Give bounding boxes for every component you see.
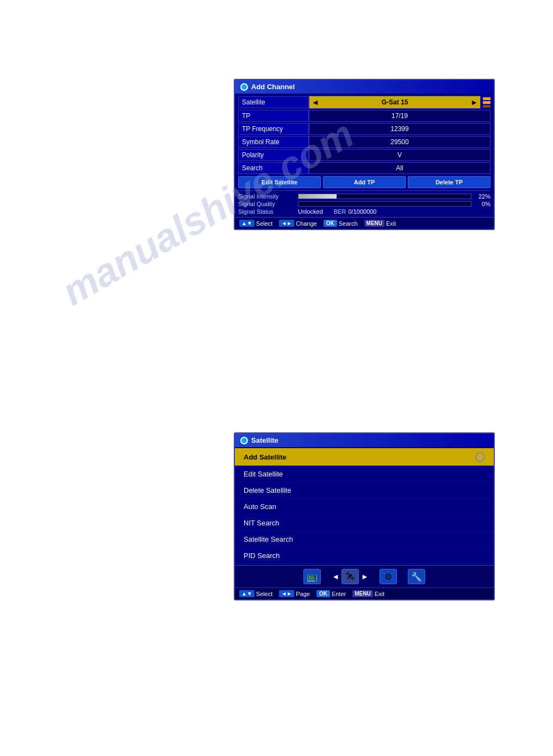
nav2-select-text: Select xyxy=(256,591,273,597)
panel1-title-bar: Add Channel xyxy=(235,80,494,94)
nav-select-key: ▲▼ xyxy=(239,220,254,227)
tp-frequency-row[interactable]: TP Frequency 12399 xyxy=(238,123,490,135)
add-tp-button[interactable]: Add TP xyxy=(323,176,406,188)
search-label: Search xyxy=(238,162,309,174)
delete-satellite-label: Delete Satellite xyxy=(244,486,291,494)
satellite-search-label: Satellite Search xyxy=(244,535,293,543)
nav2-exit-text: Exit xyxy=(375,591,384,597)
nav2-page-key: ◄► xyxy=(279,590,294,597)
nav-change: ◄► Change xyxy=(279,220,316,227)
nav-search-text: Search xyxy=(339,220,358,227)
signal-quality-row: Signal Quality 0% xyxy=(238,201,490,207)
panel2-title: Satellite xyxy=(251,436,278,444)
polarity-label: Polarity xyxy=(238,149,309,161)
menu-item-satellite-search[interactable]: Satellite Search xyxy=(235,531,494,548)
signal-intensity-percent: 22% xyxy=(471,193,490,200)
symbol-rate-row[interactable]: Symbol Rate 29500 xyxy=(238,136,490,148)
panel1-dot xyxy=(240,83,248,91)
nav2-enter-text: Enter xyxy=(332,591,346,597)
edit-satellite-button[interactable]: Edit Satellite xyxy=(238,176,321,188)
panel2-title-bar: Satellite xyxy=(235,433,494,447)
nav-search: OK Search xyxy=(324,220,358,227)
satellite-row[interactable]: Satellite ◄ G-Sat 15 ► xyxy=(238,96,490,109)
signal-intensity-label: Signal Intensity xyxy=(238,193,298,200)
panel1-title: Add Channel xyxy=(251,83,295,91)
polarity-value: V xyxy=(309,149,490,161)
nav2-enter: OK Enter xyxy=(316,590,346,597)
signal-quality-label: Signal Quality xyxy=(238,201,298,207)
signal-section: Signal Intensity 22% Signal Quality 0% S… xyxy=(238,190,490,215)
nav-select-text: Select xyxy=(256,220,273,227)
signal-intensity-row: Signal Intensity 22% xyxy=(238,193,490,200)
satellite-panel: Satellite Add Satellite ◎ Edit Satellite… xyxy=(234,432,495,600)
menu-item-delete-satellite[interactable]: Delete Satellite xyxy=(235,482,494,499)
left-arrow-icon[interactable]: ◄ xyxy=(312,98,319,107)
ber-label: BER xyxy=(334,208,346,215)
nav-exit-text: Exit xyxy=(386,220,396,227)
toolbar-tools-icon: 🔧 xyxy=(408,569,425,584)
nit-search-label: NIT Search xyxy=(244,519,279,527)
nav2-select: ▲▼ Select xyxy=(239,590,272,597)
signal-quality-bar-container xyxy=(298,201,471,207)
toolbar-right-arrow[interactable]: ► xyxy=(361,572,369,581)
panel1-body: Satellite ◄ G-Sat 15 ► TP 17/19 TP Frequ… xyxy=(235,94,494,217)
signal-status-value: Unlocked xyxy=(298,208,323,215)
panel2-dot xyxy=(240,437,248,444)
nav-change-text: Change xyxy=(296,220,317,227)
menu-item-auto-scan[interactable]: Auto Scan xyxy=(235,499,494,515)
signal-status-label: Signal Status xyxy=(238,208,298,215)
search-value: All xyxy=(309,162,490,174)
menu-item-nit-search[interactable]: NIT Search xyxy=(235,515,494,531)
tp-value: 17/19 xyxy=(309,110,490,122)
nav2-exit: MENU Exit xyxy=(352,590,384,597)
panel1-nav-bar: ▲▼ Select ◄► Change OK Search MENU Exit xyxy=(235,217,494,229)
nav2-enter-ok: OK xyxy=(316,590,330,597)
add-satellite-icon: ◎ xyxy=(475,452,485,462)
nav2-exit-menu: MENU xyxy=(352,590,372,597)
nav-search-ok: OK xyxy=(324,220,337,227)
signal-quality-percent: 0% xyxy=(471,201,490,207)
pid-search-label: PID Search xyxy=(244,551,279,560)
nav-exit-menu: MENU xyxy=(364,220,384,227)
nav2-page-text: Page xyxy=(296,591,310,597)
scroll-bar-3 xyxy=(483,105,490,108)
toolbar-left-arrow[interactable]: ◄ xyxy=(332,572,339,581)
nav2-page: ◄► Page xyxy=(279,590,310,597)
scroll-indicator xyxy=(483,97,490,108)
satellite-menu-list: Add Satellite ◎ Edit Satellite Delete Sa… xyxy=(235,447,494,565)
nav-select: ▲▼ Select xyxy=(239,220,272,227)
add-channel-panel: Add Channel Satellite ◄ G-Sat 15 ► TP 17… xyxy=(234,79,495,230)
symbol-rate-label: Symbol Rate xyxy=(238,136,309,148)
ber-value: 0/1000000 xyxy=(348,208,376,215)
add-satellite-label: Add Satellite xyxy=(244,453,287,461)
panel2-toolbar: 📺 ◄ 🛰 ► ⚙ 🔧 xyxy=(235,565,494,587)
menu-item-edit-satellite[interactable]: Edit Satellite xyxy=(235,466,494,482)
tp-label: TP xyxy=(238,110,309,122)
tp-frequency-value: 12399 xyxy=(309,123,490,135)
signal-status-row: Signal Status Unlocked BER 0/1000000 xyxy=(238,208,490,215)
edit-satellite-label: Edit Satellite xyxy=(244,470,283,478)
satellite-value[interactable]: ◄ G-Sat 15 ► xyxy=(309,96,481,109)
menu-item-add-satellite[interactable]: Add Satellite ◎ xyxy=(235,448,494,466)
scroll-bar-1 xyxy=(483,97,490,100)
satellite-name: G-Sat 15 xyxy=(382,98,408,106)
toolbar-satellite-icon: 🛰 xyxy=(341,569,359,584)
scroll-bar-2 xyxy=(483,101,490,104)
action-buttons: Edit Satellite Add TP Delete TP xyxy=(238,176,490,188)
delete-tp-button[interactable]: Delete TP xyxy=(408,176,490,188)
nav-exit: MENU Exit xyxy=(364,220,396,227)
search-row[interactable]: Search All xyxy=(238,162,490,174)
tp-row[interactable]: TP 17/19 xyxy=(238,110,490,122)
polarity-row[interactable]: Polarity V xyxy=(238,149,490,161)
tp-frequency-label: TP Frequency xyxy=(238,123,309,135)
panel2-nav-bar: ▲▼ Select ◄► Page OK Enter MENU Exit xyxy=(235,587,494,599)
toolbar-tv-icon: 📺 xyxy=(303,569,321,584)
signal-intensity-bar xyxy=(299,194,337,199)
auto-scan-label: Auto Scan xyxy=(244,503,276,511)
toolbar-nav: ◄ 🛰 ► xyxy=(332,569,369,584)
right-arrow-icon[interactable]: ► xyxy=(470,98,478,107)
nav-change-key: ◄► xyxy=(279,220,294,227)
satellite-label: Satellite xyxy=(238,96,309,108)
menu-item-pid-search[interactable]: PID Search xyxy=(235,548,494,564)
symbol-rate-value: 29500 xyxy=(309,136,490,148)
